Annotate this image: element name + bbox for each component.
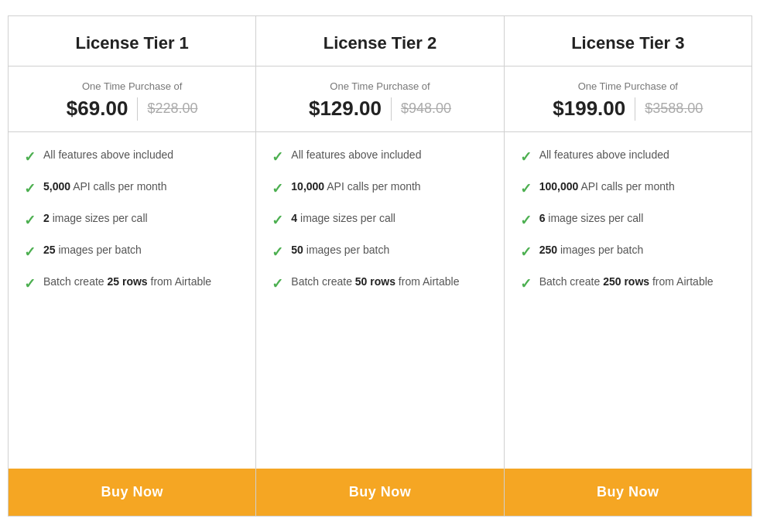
price-row-tier1: $69.00$228.00: [24, 97, 240, 121]
features-tier2: ✓All features above included✓10,000 API …: [256, 132, 503, 469]
check-icon-tier2-2: ✓: [272, 212, 283, 229]
one-time-label-tier3: One Time Purchase of: [520, 80, 736, 92]
feature-text-tier2-3: 50 images per batch: [291, 243, 389, 258]
feature-item-tier2-1: ✓10,000 API calls per month: [272, 179, 488, 197]
feature-text-tier2-0: All features above included: [291, 148, 421, 163]
check-icon-tier1-3: ✓: [24, 244, 36, 261]
feature-text-tier2-2: 4 image sizes per call: [291, 211, 395, 227]
feature-item-tier3-4: ✓Batch create 250 rows from Airtable: [520, 275, 736, 292]
feature-text-tier3-2: 6 image sizes per call: [539, 211, 644, 227]
pricing-section-tier3: One Time Purchase of$199.00$3588.00: [505, 66, 751, 132]
feature-text-tier3-1: 100,000 API calls per month: [539, 179, 675, 195]
card-header-tier3: License Tier 3: [505, 16, 751, 66]
feature-text-tier1-0: All features above included: [43, 148, 173, 163]
current-price-tier1: $69.00: [67, 97, 128, 121]
price-row-tier3: $199.00$3588.00: [520, 97, 736, 121]
price-row-tier2: $129.00$948.00: [272, 97, 488, 121]
card-title-tier3: License Tier 3: [520, 33, 736, 53]
feature-text-tier3-3: 250 images per batch: [539, 243, 644, 258]
feature-item-tier2-0: ✓All features above included: [272, 148, 488, 165]
feature-text-tier2-4: Batch create 50 rows from Airtable: [291, 275, 459, 290]
original-price-tier3: $3588.00: [645, 101, 703, 117]
current-price-tier2: $129.00: [309, 97, 382, 121]
feature-item-tier1-2: ✓2 image sizes per call: [24, 211, 240, 229]
feature-item-tier3-0: ✓All features above included: [520, 148, 736, 165]
features-tier1: ✓All features above included✓5,000 API c…: [9, 132, 255, 469]
one-time-label-tier1: One Time Purchase of: [24, 80, 240, 92]
check-icon-tier1-0: ✓: [24, 148, 36, 165]
feature-item-tier2-3: ✓50 images per batch: [272, 243, 488, 261]
check-icon-tier2-3: ✓: [272, 244, 283, 261]
check-icon-tier2-1: ✓: [272, 180, 283, 197]
current-price-tier3: $199.00: [553, 97, 625, 121]
price-divider-tier1: [137, 97, 138, 121]
price-divider-tier3: [635, 97, 635, 121]
original-price-tier2: $948.00: [401, 101, 451, 117]
feature-item-tier1-4: ✓Batch create 25 rows from Airtable: [24, 275, 240, 292]
feature-item-tier1-1: ✓5,000 API calls per month: [24, 179, 240, 197]
feature-item-tier3-1: ✓100,000 API calls per month: [520, 179, 736, 197]
check-icon-tier3-2: ✓: [520, 212, 532, 229]
pricing-section-tier2: One Time Purchase of$129.00$948.00: [256, 66, 503, 132]
feature-text-tier2-1: 10,000 API calls per month: [291, 179, 420, 195]
feature-item-tier1-3: ✓25 images per batch: [24, 243, 240, 261]
check-icon-tier1-1: ✓: [24, 180, 36, 197]
feature-item-tier1-0: ✓All features above included: [24, 148, 240, 165]
check-icon-tier3-1: ✓: [520, 180, 532, 197]
check-icon-tier1-2: ✓: [24, 212, 36, 229]
feature-text-tier3-0: All features above included: [539, 148, 669, 163]
feature-item-tier3-3: ✓250 images per batch: [520, 243, 736, 261]
feature-text-tier1-3: 25 images per batch: [43, 243, 142, 258]
check-icon-tier3-3: ✓: [520, 244, 532, 261]
card-header-tier2: License Tier 2: [256, 16, 503, 66]
feature-item-tier2-4: ✓Batch create 50 rows from Airtable: [272, 275, 488, 292]
buy-button-tier3[interactable]: Buy Now: [505, 469, 751, 516]
card-footer-tier2: Buy Now: [256, 469, 503, 516]
original-price-tier1: $228.00: [147, 101, 197, 117]
check-icon-tier2-4: ✓: [272, 275, 283, 292]
card-footer-tier3: Buy Now: [505, 469, 751, 516]
buy-button-tier1[interactable]: Buy Now: [9, 469, 255, 516]
feature-text-tier1-4: Batch create 25 rows from Airtable: [43, 275, 211, 290]
pricing-card-tier3: License Tier 3One Time Purchase of$199.0…: [505, 15, 752, 517]
features-tier3: ✓All features above included✓100,000 API…: [505, 132, 751, 469]
pricing-card-tier2: License Tier 2One Time Purchase of$129.0…: [256, 15, 504, 517]
card-header-tier1: License Tier 1: [9, 16, 255, 66]
card-title-tier2: License Tier 2: [272, 33, 488, 53]
feature-text-tier1-2: 2 image sizes per call: [43, 211, 148, 227]
feature-text-tier3-4: Batch create 250 rows from Airtable: [539, 275, 714, 290]
price-divider-tier2: [391, 97, 392, 121]
feature-item-tier2-2: ✓4 image sizes per call: [272, 211, 488, 229]
feature-item-tier3-2: ✓6 image sizes per call: [520, 211, 736, 229]
check-icon-tier3-0: ✓: [520, 148, 532, 165]
card-title-tier1: License Tier 1: [24, 33, 240, 53]
check-icon-tier2-0: ✓: [272, 148, 283, 165]
check-icon-tier1-4: ✓: [24, 275, 36, 292]
buy-button-tier2[interactable]: Buy Now: [256, 469, 503, 516]
pricing-card-tier1: License Tier 1One Time Purchase of$69.00…: [8, 15, 256, 517]
feature-text-tier1-1: 5,000 API calls per month: [43, 179, 167, 195]
pricing-section-tier1: One Time Purchase of$69.00$228.00: [9, 66, 255, 132]
card-footer-tier1: Buy Now: [9, 469, 255, 516]
pricing-container: License Tier 1One Time Purchase of$69.00…: [0, 0, 760, 532]
one-time-label-tier2: One Time Purchase of: [272, 80, 488, 92]
check-icon-tier3-4: ✓: [520, 275, 532, 292]
